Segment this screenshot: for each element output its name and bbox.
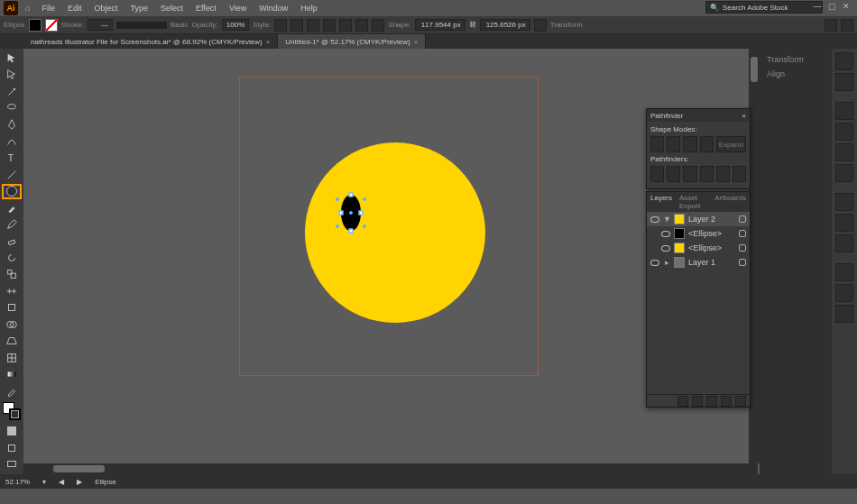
delete-layer-icon[interactable] <box>735 396 746 407</box>
shape-height-field[interactable]: 125.6526 px <box>480 19 530 31</box>
layer-row[interactable]: ▼ Layer 2 <box>647 212 750 226</box>
layer-row[interactable]: ▸ Layer 1 <box>647 255 750 270</box>
lasso-tool[interactable] <box>2 100 22 115</box>
direct-selection-tool[interactable] <box>2 67 22 82</box>
layer-row[interactable]: <Ellipse> <box>647 226 750 241</box>
visibility-toggle-icon[interactable] <box>650 258 659 267</box>
align-top-icon[interactable] <box>339 19 352 32</box>
target-icon[interactable] <box>739 230 746 237</box>
close-tab-icon[interactable]: × <box>414 38 419 46</box>
anchor-point[interactable] <box>349 229 354 234</box>
yellow-circle-shape[interactable] <box>305 142 485 323</box>
target-icon[interactable] <box>739 244 746 252</box>
arrange-docs-icon[interactable] <box>825 19 837 32</box>
fill-stroke-indicator[interactable] <box>2 399 22 422</box>
visibility-toggle-icon[interactable] <box>650 215 659 224</box>
artboard-nav-next-icon[interactable]: ▶ <box>77 478 82 486</box>
align-middle-icon[interactable] <box>355 19 368 32</box>
center-point[interactable] <box>349 211 353 215</box>
new-sublayer-icon[interactable] <box>706 396 717 407</box>
rotate-tool[interactable] <box>2 250 22 265</box>
dock-symbols-icon[interactable] <box>835 164 853 182</box>
unite-icon[interactable] <box>650 136 664 152</box>
chevron-down-icon[interactable]: ▾ <box>42 478 46 486</box>
expand-button[interactable]: Expand <box>716 136 746 152</box>
menu-select[interactable]: Select <box>156 2 188 14</box>
align-center-icon[interactable] <box>307 19 319 32</box>
home-icon[interactable]: ⌂ <box>22 4 33 13</box>
tab-align[interactable]: Align <box>763 67 828 81</box>
stroke-swatch[interactable] <box>45 19 58 32</box>
brush-style[interactable]: Basic <box>170 21 189 29</box>
layer-name[interactable]: Layer 1 <box>688 258 735 267</box>
align-left-icon[interactable] <box>290 19 303 32</box>
control-handle[interactable] <box>363 197 366 201</box>
visibility-toggle-icon[interactable] <box>661 243 670 252</box>
draw-mode-icon[interactable] <box>2 440 22 455</box>
paintbrush-tool[interactable] <box>2 200 22 215</box>
dock-layers-icon[interactable] <box>835 305 853 323</box>
pen-tool[interactable] <box>2 117 22 133</box>
tab-layers[interactable]: Layers <box>650 194 672 210</box>
control-handle[interactable] <box>363 225 366 228</box>
layer-row[interactable]: <Ellipse> <box>647 241 750 255</box>
control-handle[interactable] <box>336 197 339 201</box>
dock-properties-icon[interactable] <box>835 52 853 70</box>
selection-tool[interactable] <box>2 50 22 66</box>
style-dropdown[interactable] <box>274 19 287 32</box>
scroll-thumb[interactable] <box>751 57 758 82</box>
dock-color-icon[interactable] <box>835 102 853 120</box>
shape-builder-tool[interactable] <box>2 316 22 332</box>
eyedropper-tool[interactable] <box>2 383 22 399</box>
corner-radius-icon[interactable] <box>534 19 547 32</box>
color-mode-icon[interactable] <box>2 423 22 438</box>
anchor-point[interactable] <box>349 193 354 197</box>
tab-document-2[interactable]: Untitled-1* @ 52.17% (CMYK/Preview) × <box>278 34 426 49</box>
width-tool[interactable] <box>2 283 22 298</box>
visibility-toggle-icon[interactable] <box>661 229 670 238</box>
magic-wand-tool[interactable] <box>2 84 22 99</box>
gradient-tool[interactable] <box>2 366 22 381</box>
ellipse-tool[interactable] <box>2 184 22 200</box>
align-right-icon[interactable] <box>323 19 336 32</box>
dock-graphic-styles-icon[interactable] <box>835 284 853 302</box>
align-bottom-icon[interactable] <box>372 19 384 32</box>
make-clipping-mask-icon[interactable] <box>692 396 703 407</box>
layer-name[interactable]: Layer 2 <box>688 215 735 224</box>
fill-swatch[interactable] <box>29 19 41 32</box>
artboard[interactable] <box>240 78 538 375</box>
minimize-button[interactable]: — <box>812 2 823 11</box>
free-transform-tool[interactable] <box>2 300 22 316</box>
scroll-thumb[interactable] <box>53 465 105 472</box>
shape-width-field[interactable]: 117.9544 px <box>415 19 465 31</box>
minus-back-icon[interactable] <box>733 166 746 182</box>
dock-gradient-icon[interactable] <box>835 214 853 232</box>
layers-panel[interactable]: Layers Asset Export Artboards ▼ Layer 2 … <box>646 191 751 408</box>
tab-transform[interactable]: Transform <box>763 52 828 67</box>
panel-close-icon[interactable]: × <box>742 112 746 120</box>
locate-object-icon[interactable] <box>677 396 688 407</box>
disclosure-icon[interactable]: ▼ <box>663 215 670 224</box>
maximize-button[interactable]: ▢ <box>826 2 837 11</box>
perspective-grid-tool[interactable] <box>2 334 22 349</box>
zoom-level[interactable]: 52.17% <box>5 478 30 486</box>
layer-name[interactable]: <Ellipse> <box>688 229 735 238</box>
anchor-point[interactable] <box>339 211 344 215</box>
transform-label[interactable]: Transform <box>550 21 583 29</box>
control-handle[interactable] <box>336 225 339 228</box>
search-input[interactable]: 🔍 Search Adobe Stock <box>705 1 823 14</box>
tab-asset-export[interactable]: Asset Export <box>679 194 707 210</box>
pathfinder-panel[interactable]: Pathfinder × Shape Modes: Expand Pathfin… <box>646 108 751 189</box>
artboard-nav-prev-icon[interactable]: ◀ <box>59 478 64 486</box>
divide-icon[interactable] <box>650 166 664 182</box>
trim-icon[interactable] <box>667 166 680 182</box>
tab-document-1[interactable]: nathreads Illustrator File for Screensho… <box>23 34 278 49</box>
dock-transparency-icon[interactable] <box>835 234 853 252</box>
dock-brushes-icon[interactable] <box>835 143 853 161</box>
stroke-weight-field[interactable]: — <box>88 19 113 31</box>
menu-type[interactable]: Type <box>125 2 152 14</box>
menu-view[interactable]: View <box>225 2 251 14</box>
scale-tool[interactable] <box>2 267 22 282</box>
outline-icon[interactable] <box>716 166 730 182</box>
new-layer-icon[interactable] <box>721 396 732 407</box>
